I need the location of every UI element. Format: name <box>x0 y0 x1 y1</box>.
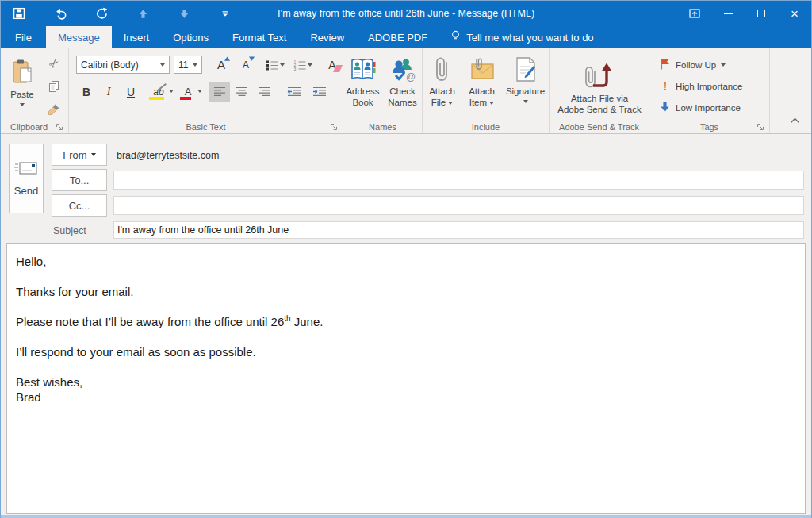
decrease-indent-button[interactable] <box>282 82 306 102</box>
attach-file-button[interactable]: Attach File <box>424 50 461 133</box>
align-center-button[interactable] <box>232 82 252 102</box>
format-painter-icon[interactable] <box>44 99 64 119</box>
attach-item-button[interactable]: Attach Item <box>464 50 500 133</box>
next-item-icon <box>175 4 193 23</box>
tab-file[interactable]: File <box>1 26 46 48</box>
high-importance-button[interactable]: ! High Importance <box>659 78 769 94</box>
tags-group: Follow Up ! High Importance Low Importan… <box>649 48 770 133</box>
tell-me-label: Tell me what you want to do <box>466 32 593 44</box>
ribbon-display-options-icon[interactable] <box>678 1 711 26</box>
cut-icon[interactable]: ✂ <box>44 53 64 73</box>
ribbon-tab-bar: File Message Insert Options Format Text … <box>1 26 811 48</box>
cc-field[interactable] <box>113 196 804 215</box>
previous-item-icon <box>134 4 151 23</box>
minimize-icon[interactable] <box>711 1 745 26</box>
maximize-icon[interactable] <box>745 1 778 26</box>
font-color-button[interactable]: A <box>176 82 200 102</box>
check-names-label-2: Names <box>388 97 416 108</box>
window-bottom-border <box>1 515 811 518</box>
adobe-group-label: Adobe Send & Track <box>550 122 649 132</box>
basic-text-dialog-launcher-icon[interactable] <box>330 121 339 130</box>
copy-icon[interactable] <box>44 76 64 96</box>
clipboard-dialog-launcher-icon[interactable] <box>56 121 65 130</box>
tags-group-label: Tags <box>649 122 769 132</box>
tab-review[interactable]: Review <box>298 26 356 48</box>
lightbulb-icon <box>450 30 461 44</box>
to-button[interactable]: To... <box>52 169 107 191</box>
undo-icon[interactable] <box>52 4 69 23</box>
font-size-combo[interactable]: 11 <box>174 56 202 74</box>
attach-file-label-1: Attach <box>429 86 455 97</box>
body-line <box>16 359 805 374</box>
adobe-send-track-group: Attach File via Adobe Send & Track Adobe… <box>550 48 649 133</box>
signature-button[interactable]: Signature <box>504 50 548 133</box>
customize-quick-access-toolbar-icon[interactable] <box>216 4 234 23</box>
font-color-dropdown-arrow <box>197 90 202 93</box>
tab-message[interactable]: Message <box>46 26 112 48</box>
paste-dropdown-arrow <box>20 103 25 106</box>
signature-label: Signature <box>506 86 545 97</box>
underline-button[interactable]: U <box>121 82 141 102</box>
follow-up-button[interactable]: Follow Up <box>659 56 769 73</box>
check-names-label-1: Check <box>389 86 416 97</box>
align-right-button[interactable] <box>254 82 274 102</box>
address-book-label-2: Book <box>352 97 373 108</box>
names-group: Address Book @ Check Names Names <box>343 48 423 133</box>
align-left-button[interactable] <box>209 82 230 102</box>
include-group: Attach File Attach Item Signature Includ… <box>423 48 550 133</box>
redo-icon[interactable] <box>93 4 110 23</box>
body-line: Thanks for your email. <box>16 284 805 299</box>
quick-access-toolbar <box>1 4 234 23</box>
follow-up-dropdown-arrow <box>721 63 726 67</box>
numbering-dropdown-arrow <box>308 63 312 67</box>
body-line-away: Please note that I’ll be away from the o… <box>16 314 805 329</box>
tab-insert[interactable]: Insert <box>112 26 162 48</box>
subject-field[interactable]: I'm away from the office until 26th June <box>113 221 804 239</box>
body-line: I’ll respond to your email as soon as po… <box>16 344 805 359</box>
from-button[interactable]: From <box>52 144 107 166</box>
grow-font-button[interactable]: A <box>211 55 232 75</box>
collapse-ribbon-icon[interactable] <box>790 113 800 127</box>
text-highlight-button[interactable]: ab <box>146 82 171 102</box>
address-book-label-1: Address <box>346 86 379 97</box>
adobe-paperclip-arrow-icon <box>584 58 615 93</box>
bold-button[interactable]: B <box>76 82 97 102</box>
numbering-button[interactable]: 123 <box>291 55 315 75</box>
font-name-combo[interactable]: Calibri (Body) <box>76 56 170 74</box>
to-field[interactable] <box>113 171 804 190</box>
tags-dialog-launcher-icon[interactable] <box>756 121 766 130</box>
clipboard-small-buttons: ✂ <box>44 53 64 119</box>
address-book-icon <box>350 54 377 86</box>
tab-options[interactable]: Options <box>161 26 220 48</box>
signature-dropdown-arrow <box>523 100 528 103</box>
address-book-button[interactable]: Address Book <box>344 50 382 133</box>
body-line <box>16 269 805 284</box>
basic-text-group: Calibri (Body) 11 A A <box>69 48 343 133</box>
bullets-button[interactable] <box>263 55 287 75</box>
italic-button[interactable]: I <box>98 82 119 102</box>
high-importance-icon: ! <box>659 79 671 93</box>
adobe-attach-button[interactable]: Attach File via Adobe Send & Track <box>552 52 647 121</box>
font-size-dropdown-arrow <box>193 63 197 67</box>
shrink-font-button[interactable]: A <box>236 55 256 75</box>
close-icon[interactable]: × <box>778 1 811 26</box>
from-dropdown-arrow <box>91 153 96 156</box>
body-line <box>16 299 805 314</box>
tell-me-box[interactable]: Tell me what you want to do <box>441 26 603 48</box>
check-names-button[interactable]: @ Check Names <box>384 50 422 133</box>
attach-item-label-1: Attach <box>469 86 495 97</box>
tab-format-text[interactable]: Format Text <box>220 26 298 48</box>
clear-formatting-button[interactable]: A <box>322 55 343 75</box>
tab-adobe-pdf[interactable]: ADOBE PDF <box>356 26 439 48</box>
send-envelope-icon <box>14 160 38 178</box>
increase-indent-button[interactable] <box>308 82 331 102</box>
paste-button[interactable]: Paste <box>5 52 40 121</box>
send-button[interactable]: Send <box>9 144 44 213</box>
low-importance-button[interactable]: Low Importance <box>659 99 769 116</box>
clipboard-group-label: Clipboard <box>1 122 57 132</box>
window-controls: × <box>678 1 811 26</box>
cc-button[interactable]: Cc... <box>52 194 107 217</box>
attach-file-label-2: File <box>431 97 454 108</box>
message-body-editor[interactable]: Hello, Thanks for your email. Please not… <box>6 243 806 514</box>
save-icon[interactable] <box>10 4 28 23</box>
